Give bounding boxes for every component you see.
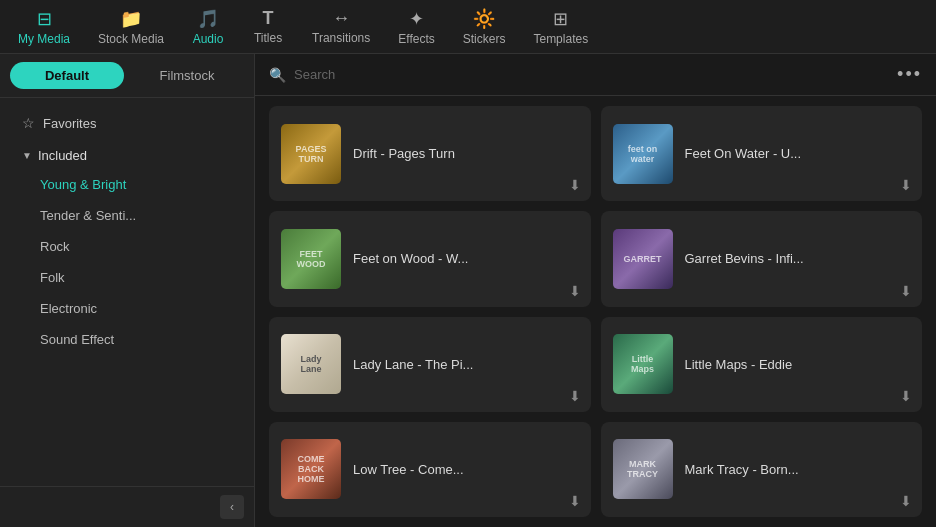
main-panel: 🔍 ••• PAGESTURN Drift - Pages Turn ⬇ fee…	[255, 54, 936, 527]
nav-item-titles-label: Titles	[254, 31, 282, 45]
thumb-text-4: GARRET	[624, 254, 662, 264]
search-bar: 🔍 •••	[255, 54, 936, 96]
arrow-down-icon: ▼	[22, 150, 32, 161]
download-button-4[interactable]: ⬇	[900, 283, 912, 299]
thumb-text-1: PAGESTURN	[296, 144, 327, 164]
media-thumb-1: PAGESTURN	[281, 124, 341, 184]
media-thumb-4: GARRET	[613, 229, 673, 289]
top-nav: ⊟ My Media 📁 Stock Media 🎵 Audio T Title…	[0, 0, 936, 54]
media-title-2: Feet On Water - U...	[685, 146, 911, 161]
search-input[interactable]	[294, 67, 889, 82]
included-label: Included	[38, 148, 87, 163]
media-grid: PAGESTURN Drift - Pages Turn ⬇ feet onwa…	[255, 96, 936, 527]
nav-item-effects[interactable]: ✦ Effects	[384, 2, 448, 52]
media-title-3: Feet on Wood - W...	[353, 251, 579, 266]
templates-icon: ⊞	[553, 8, 568, 30]
content-area: Default Filmstock ☆ Favorites ▼ Included…	[0, 54, 936, 527]
download-button-3[interactable]: ⬇	[569, 283, 581, 299]
thumb-text-7: COMEBACKHOME	[298, 454, 325, 484]
sidebar-section: ☆ Favorites ▼ Included Young & Bright Te…	[0, 98, 254, 363]
media-thumb-3: FEETWOOD	[281, 229, 341, 289]
nav-item-templates[interactable]: ⊞ Templates	[519, 2, 602, 52]
media-card-6[interactable]: LittleMaps Little Maps - Eddie ⬇	[601, 317, 923, 412]
nav-item-effects-label: Effects	[398, 32, 434, 46]
tab-filmstock[interactable]: Filmstock	[130, 62, 244, 89]
thumb-text-8: MARKTRACY	[627, 459, 658, 479]
media-card-8[interactable]: MARKTRACY Mark Tracy - Born... ⬇	[601, 422, 923, 517]
sidebar-item-favorites[interactable]: ☆ Favorites	[10, 106, 244, 140]
sidebar-item-sound-effect[interactable]: Sound Effect	[10, 324, 244, 355]
media-title-6: Little Maps - Eddie	[685, 357, 911, 372]
sidebar-tabs: Default Filmstock	[0, 54, 254, 98]
media-title-4: Garret Bevins - Infi...	[685, 251, 911, 266]
thumb-text-6: LittleMaps	[631, 354, 654, 374]
nav-item-titles[interactable]: T Titles	[238, 2, 298, 51]
nav-item-stickers-label: Stickers	[463, 32, 506, 46]
download-button-2[interactable]: ⬇	[900, 177, 912, 193]
sidebar: Default Filmstock ☆ Favorites ▼ Included…	[0, 54, 255, 527]
thumb-text-5: LadyLane	[300, 354, 321, 374]
nav-item-stock-media[interactable]: 📁 Stock Media	[84, 2, 178, 52]
media-title-8: Mark Tracy - Born...	[685, 462, 911, 477]
sidebar-item-tender-senti[interactable]: Tender & Senti...	[10, 200, 244, 231]
nav-item-audio-label: Audio	[193, 32, 224, 46]
nav-item-stock-media-label: Stock Media	[98, 32, 164, 46]
my-media-icon: ⊟	[37, 8, 52, 30]
download-button-1[interactable]: ⬇	[569, 177, 581, 193]
media-card-5[interactable]: LadyLane Lady Lane - The Pi... ⬇	[269, 317, 591, 412]
favorites-label: Favorites	[43, 116, 96, 131]
more-options-button[interactable]: •••	[897, 64, 922, 85]
sidebar-item-electronic[interactable]: Electronic	[10, 293, 244, 324]
search-icon: 🔍	[269, 67, 286, 83]
sidebar-item-rock[interactable]: Rock	[10, 231, 244, 262]
sidebar-item-folk[interactable]: Folk	[10, 262, 244, 293]
media-thumb-5: LadyLane	[281, 334, 341, 394]
media-card-3[interactable]: FEETWOOD Feet on Wood - W... ⬇	[269, 211, 591, 306]
nav-item-stickers[interactable]: 🔆 Stickers	[449, 2, 520, 52]
nav-item-my-media[interactable]: ⊟ My Media	[4, 2, 84, 52]
thumb-text-3: FEETWOOD	[297, 249, 326, 269]
sidebar-item-young-bright[interactable]: Young & Bright	[10, 169, 244, 200]
sidebar-collapse-section: ‹	[0, 486, 254, 527]
media-card-2[interactable]: feet onwater Feet On Water - U... ⬇	[601, 106, 923, 201]
nav-item-my-media-label: My Media	[18, 32, 70, 46]
download-button-7[interactable]: ⬇	[569, 493, 581, 509]
media-thumb-8: MARKTRACY	[613, 439, 673, 499]
nav-item-transitions[interactable]: ↔ Transitions	[298, 2, 384, 51]
media-title-7: Low Tree - Come...	[353, 462, 579, 477]
media-thumb-2: feet onwater	[613, 124, 673, 184]
stickers-icon: 🔆	[473, 8, 495, 30]
nav-item-transitions-label: Transitions	[312, 31, 370, 45]
download-button-6[interactable]: ⬇	[900, 388, 912, 404]
thumb-text-2: feet onwater	[628, 144, 658, 164]
transitions-icon: ↔	[332, 8, 350, 29]
nav-item-templates-label: Templates	[533, 32, 588, 46]
tab-default[interactable]: Default	[10, 62, 124, 89]
download-button-8[interactable]: ⬇	[900, 493, 912, 509]
media-thumb-6: LittleMaps	[613, 334, 673, 394]
media-card-7[interactable]: COMEBACKHOME Low Tree - Come... ⬇	[269, 422, 591, 517]
media-title-5: Lady Lane - The Pi...	[353, 357, 579, 372]
titles-icon: T	[263, 8, 274, 29]
download-button-5[interactable]: ⬇	[569, 388, 581, 404]
stock-media-icon: 📁	[120, 8, 142, 30]
star-icon: ☆	[22, 115, 35, 131]
media-card-1[interactable]: PAGESTURN Drift - Pages Turn ⬇	[269, 106, 591, 201]
media-title-1: Drift - Pages Turn	[353, 146, 579, 161]
audio-icon: 🎵	[197, 8, 219, 30]
sidebar-collapse-button[interactable]: ‹	[220, 495, 244, 519]
effects-icon: ✦	[409, 8, 424, 30]
sidebar-group-included[interactable]: ▼ Included	[10, 140, 244, 169]
media-thumb-7: COMEBACKHOME	[281, 439, 341, 499]
media-card-4[interactable]: GARRET Garret Bevins - Infi... ⬇	[601, 211, 923, 306]
nav-item-audio[interactable]: 🎵 Audio	[178, 2, 238, 52]
